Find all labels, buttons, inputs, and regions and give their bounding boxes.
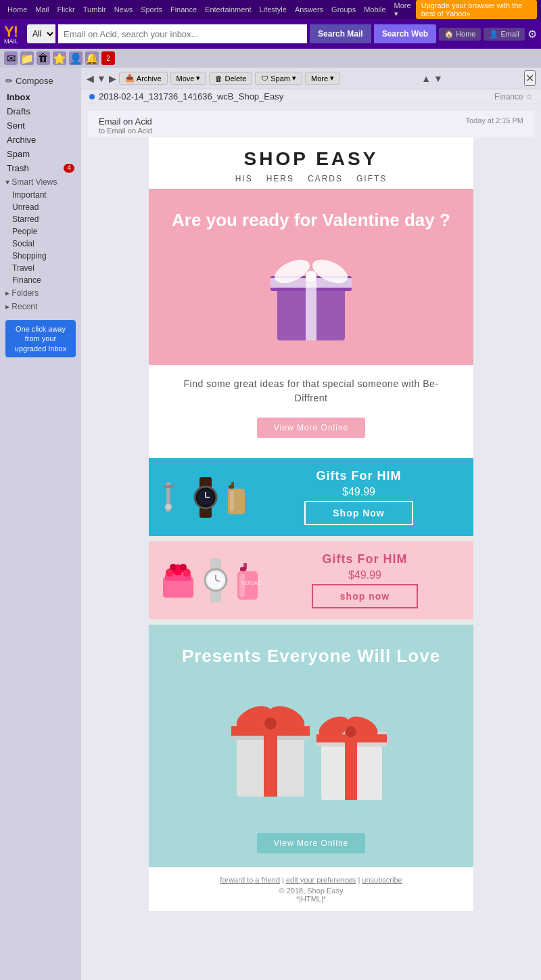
shop-nav-hers[interactable]: HERS	[266, 174, 294, 183]
svg-rect-17	[229, 485, 234, 489]
nav-mail[interactable]: Mail	[32, 5, 52, 14]
nav-flickr[interactable]: Flickr	[54, 5, 78, 14]
nav-mobile[interactable]: Mobile	[360, 5, 389, 14]
sidebar-item-social[interactable]: Social	[0, 238, 81, 250]
toolbar-icon-2[interactable]: 📁	[20, 51, 34, 65]
footer-preferences-link[interactable]: edit your preferences	[286, 876, 356, 884]
shop-email-body: SHOP EASY HIS HERS CARDS GIFTS Are you r…	[149, 137, 473, 911]
shop-nav-his[interactable]: HIS	[235, 174, 253, 183]
search-web-button[interactable]: Search Web	[374, 24, 436, 43]
upgrade-browser-link[interactable]: Upgrade your browser with the best of Ya…	[416, 0, 537, 19]
close-email-button[interactable]: ✕	[524, 70, 536, 86]
sidebar-item-important[interactable]: Important	[0, 189, 81, 201]
move-button[interactable]: Move ▾	[170, 72, 207, 85]
forward-nav-icon[interactable]: ▶	[109, 73, 116, 84]
svg-point-26	[180, 564, 187, 571]
sidebar-item-archive[interactable]: Archive	[0, 133, 81, 147]
sidebar-item-spam[interactable]: Spam	[0, 147, 81, 161]
main-layout: ✏ Compose Inbox Drafts Sent Archive Spam…	[0, 68, 541, 980]
email-panel: ◀ ▼ ▶ 📥 Archive Move ▾ 🗑 Delete 🛡 Spam ▾…	[81, 68, 541, 980]
sidebar-item-drafts[interactable]: Drafts	[0, 104, 81, 118]
upgrade-inbox-button[interactable]: One click away from your upgraded Inbox	[5, 320, 76, 357]
sidebar-item-finance[interactable]: Finance	[0, 274, 81, 286]
compose-area: ✏ Compose	[0, 72, 81, 90]
shop-nav-cards[interactable]: CARDS	[308, 174, 343, 183]
smart-views-header[interactable]: ▾ Smart Views	[0, 175, 81, 189]
search-mail-button[interactable]: Search Mail	[310, 24, 371, 43]
nav-more[interactable]: More ▾	[391, 1, 415, 18]
nav-tumblr[interactable]: Tumblr	[80, 5, 110, 14]
her-product-2-icon	[201, 558, 231, 602]
archive-button[interactable]: 📥 Archive	[119, 72, 168, 85]
chevron-right-icon-2: ▸	[5, 302, 11, 311]
toolbar-icon-5[interactable]: 👤	[69, 51, 83, 65]
unread-dot	[89, 94, 95, 99]
him-product-images	[160, 477, 248, 518]
nav-sports[interactable]: Sports	[137, 5, 166, 14]
view-more-section-2: View More Online	[149, 833, 473, 867]
toolbar-icon-3[interactable]: 🗑	[37, 51, 50, 65]
search-type-select[interactable]: All	[27, 24, 55, 43]
folders-header[interactable]: ▸ Folders	[0, 286, 81, 300]
nav-answers[interactable]: Answers	[291, 5, 327, 14]
sidebar-item-travel[interactable]: Travel	[0, 262, 81, 274]
email-action-toolbar: ◀ ▼ ▶ 📥 Archive Move ▾ 🗑 Delete 🛡 Spam ▾…	[81, 68, 541, 89]
delete-button[interactable]: 🗑 Delete	[209, 72, 252, 85]
sort-desc-icon[interactable]: ▼	[433, 73, 443, 84]
sidebar-item-trash[interactable]: Trash 4	[0, 161, 81, 175]
email-account-button[interactable]: 👤 Email	[484, 28, 525, 41]
archive-icon: 📥	[125, 74, 135, 83]
spam-icon: 🛡	[261, 74, 268, 83]
gifts-her-title: Gifts For HIM	[267, 552, 463, 566]
nav-entertainment[interactable]: Entertainment	[202, 5, 254, 14]
svg-rect-34	[240, 567, 246, 571]
nav-lifestyle[interactable]: Lifestyle	[256, 5, 290, 14]
sidebar-item-shopping[interactable]: Shopping	[0, 250, 81, 262]
nav-news[interactable]: News	[111, 5, 137, 14]
sort-asc-icon[interactable]: ▲	[421, 73, 431, 84]
shop-brand-title: SHOP EASY	[156, 148, 467, 170]
trash-badge: 4	[64, 164, 74, 173]
footer-forward-link[interactable]: forward to a friend	[220, 876, 280, 884]
footer-links: forward to a friend | edit your preferen…	[157, 876, 465, 884]
shop-nav-gifts[interactable]: GIFTS	[356, 174, 387, 183]
sidebar-item-sent[interactable]: Sent	[0, 118, 81, 133]
sidebar-item-starred[interactable]: Starred	[0, 213, 81, 225]
toolbar-icon-1[interactable]: ✉	[4, 51, 18, 65]
shop-now-her-button[interactable]: shop now	[312, 584, 418, 608]
nav-finance[interactable]: Finance	[167, 5, 200, 14]
back-icon[interactable]: ◀	[87, 73, 94, 84]
email-meta-header: Email on Acid to Email on Acid Today at …	[88, 111, 534, 137]
view-more-online-button-1[interactable]: View More Online	[257, 418, 365, 438]
spam-button[interactable]: 🛡 Spam ▾	[255, 72, 302, 85]
svg-text:VERSACE: VERSACE	[241, 581, 260, 585]
sidebar-item-inbox[interactable]: Inbox	[0, 90, 81, 104]
settings-icon[interactable]: ⚙	[527, 28, 537, 41]
down-icon[interactable]: ▼	[97, 73, 106, 84]
svg-rect-28	[210, 590, 221, 602]
shop-now-him-button[interactable]: Shop Now	[304, 501, 413, 525]
more-button[interactable]: More ▾	[305, 72, 340, 85]
svg-point-51	[346, 726, 356, 737]
home-button[interactable]: 🏠 Home	[439, 28, 481, 41]
view-more-online-button-2[interactable]: View More Online	[257, 833, 365, 853]
search-input[interactable]	[58, 24, 307, 43]
find-ideas-section: Find some great ideas for that special s…	[149, 365, 473, 412]
sidebar-item-people[interactable]: People	[0, 225, 81, 238]
sidebar: ✏ Compose Inbox Drafts Sent Archive Spam…	[0, 68, 81, 980]
nav-home[interactable]: Home	[4, 5, 30, 14]
section-separator	[149, 536, 473, 541]
her-product-3-icon: VERSACE	[235, 560, 260, 601]
chevron-right-icon: ▸	[5, 288, 11, 298]
toolbar-icon-4[interactable]: ⭐	[53, 51, 66, 65]
sidebar-item-unread[interactable]: Unread	[0, 201, 81, 213]
top-navigation: Home Mail Flickr Tumblr News Sports Fina…	[0, 0, 541, 19]
compose-button[interactable]: ✏ Compose	[5, 76, 76, 86]
svg-rect-8	[163, 485, 174, 488]
recent-header[interactable]: ▸ Recent	[0, 300, 81, 313]
nav-groups[interactable]: Groups	[328, 5, 359, 14]
toolbar-icon-6[interactable]: 🔔	[85, 51, 99, 65]
presents-title: Presents Everyone Will Love	[162, 645, 460, 668]
footer-unsubscribe-link[interactable]: unsubscribe	[362, 876, 402, 884]
him-product-1-icon	[160, 478, 187, 516]
